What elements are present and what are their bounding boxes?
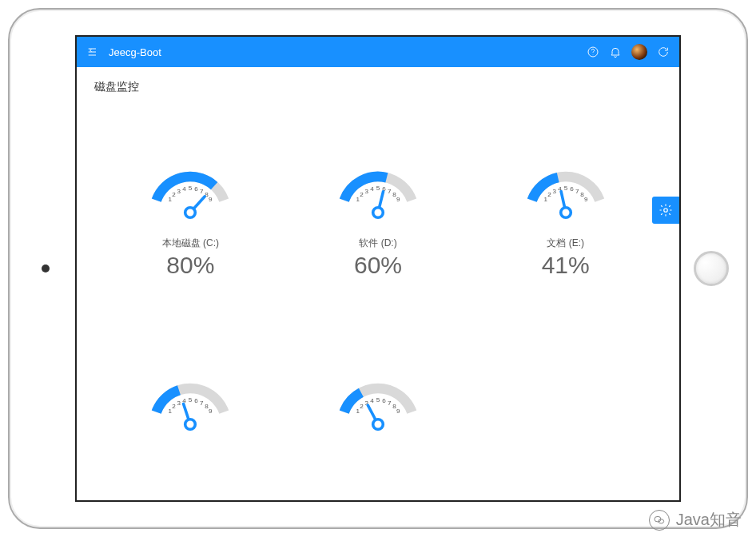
- watermark-text: Java知音: [676, 509, 742, 531]
- svg-text:5: 5: [189, 185, 193, 192]
- gauge-label: 文档 (E:): [547, 237, 584, 250]
- svg-text:5: 5: [376, 396, 380, 404]
- gauge-cell: 123456789文档 (E:)41%: [510, 155, 622, 279]
- gauge-value: 60%: [354, 252, 402, 279]
- svg-text:3: 3: [177, 188, 181, 195]
- gauge-chart: 123456789: [134, 367, 246, 439]
- svg-text:3: 3: [364, 188, 368, 195]
- gauge-label: 软件 (D:): [359, 237, 396, 250]
- svg-text:7: 7: [200, 188, 204, 195]
- svg-text:6: 6: [570, 185, 574, 193]
- svg-text:9: 9: [396, 196, 400, 203]
- gauge-cell: 123456789软件 (D:)60%: [322, 155, 434, 279]
- svg-text:5: 5: [376, 185, 380, 192]
- svg-point-23: [373, 208, 384, 218]
- svg-text:5: 5: [189, 396, 193, 404]
- gauge-chart: 123456789: [134, 155, 246, 227]
- gauge-grid: 123456789本地磁盘 (C:)80%123456789软件 (D:)60%…: [77, 107, 679, 450]
- svg-text:3: 3: [552, 188, 556, 195]
- help-icon[interactable]: [587, 46, 599, 58]
- gauge-chart: 123456789: [322, 155, 434, 227]
- bell-icon[interactable]: [609, 46, 622, 58]
- watermark: Java知音: [649, 509, 742, 531]
- gauge-value: 41%: [542, 252, 590, 279]
- svg-text:7: 7: [575, 188, 579, 195]
- svg-text:6: 6: [194, 185, 198, 193]
- svg-point-1: [593, 54, 594, 55]
- svg-text:4: 4: [370, 185, 374, 193]
- menu-toggle-icon[interactable]: [86, 46, 99, 58]
- svg-point-12: [185, 208, 196, 218]
- svg-text:9: 9: [584, 196, 588, 203]
- svg-text:2: 2: [360, 403, 364, 410]
- svg-text:2: 2: [360, 191, 364, 198]
- avatar[interactable]: [631, 44, 647, 60]
- svg-text:3: 3: [177, 400, 181, 407]
- svg-text:2: 2: [173, 403, 177, 410]
- svg-point-34: [560, 208, 571, 218]
- page-body: 磁盘监控 123456789本地磁盘 (C:)80%123456789软件 (D…: [77, 67, 679, 500]
- svg-text:7: 7: [388, 188, 392, 195]
- svg-text:9: 9: [209, 408, 213, 415]
- app-brand: Jeecg-Boot: [109, 46, 161, 58]
- svg-text:2: 2: [173, 191, 177, 198]
- refresh-icon[interactable]: [657, 46, 670, 58]
- svg-text:5: 5: [563, 185, 567, 192]
- svg-text:9: 9: [396, 408, 400, 415]
- wechat-icon: [649, 510, 670, 531]
- svg-point-45: [185, 420, 196, 430]
- gauge-chart: 123456789: [322, 367, 434, 439]
- svg-text:9: 9: [209, 196, 213, 203]
- svg-text:4: 4: [370, 397, 374, 404]
- svg-point-56: [373, 420, 384, 430]
- gauge-label: 本地磁盘 (C:): [162, 237, 219, 250]
- tablet-frame: Jeecg-Boot 磁盘监控 123456789本地磁盘 (C:)80%123…: [8, 8, 748, 529]
- gauge-chart: 123456789: [510, 155, 622, 227]
- gauge-cell: 123456789: [134, 367, 246, 450]
- tablet-home-button[interactable]: [694, 251, 729, 286]
- gear-icon: [659, 203, 673, 217]
- settings-float-button[interactable]: [652, 197, 679, 224]
- svg-point-57: [664, 209, 668, 213]
- tablet-camera: [42, 265, 50, 272]
- screen: Jeecg-Boot 磁盘监控 123456789本地磁盘 (C:)80%123…: [75, 35, 681, 502]
- gauge-value: 80%: [166, 252, 214, 279]
- svg-text:2: 2: [547, 191, 551, 198]
- svg-text:6: 6: [382, 397, 386, 404]
- app-header: Jeecg-Boot: [77, 37, 679, 67]
- page-title-card: 磁盘监控: [77, 67, 679, 107]
- svg-text:4: 4: [183, 185, 187, 193]
- svg-text:6: 6: [194, 397, 198, 404]
- svg-text:7: 7: [388, 400, 392, 407]
- page-title: 磁盘监控: [94, 80, 662, 94]
- gauge-cell: 123456789本地磁盘 (C:)80%: [134, 155, 246, 279]
- gauge-cell: 123456789: [322, 367, 434, 450]
- svg-text:7: 7: [200, 400, 204, 407]
